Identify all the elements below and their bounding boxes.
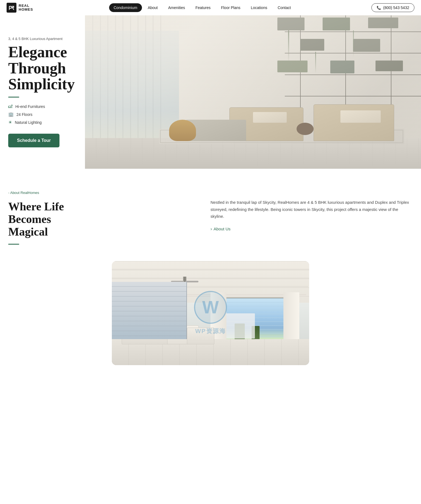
hero-features-list: 🛋 Hi-end Furnitures 🏢 24 Floors ☀ Natura… xyxy=(8,104,78,125)
navigation: REAL HOMES Condominium About Amenities F… xyxy=(0,0,421,15)
room-image-container: W WP资源海 xyxy=(112,261,309,365)
hero-scene xyxy=(85,15,421,169)
about-title: Where Life Becomes Magical xyxy=(8,200,194,238)
feature-floors-label: 24 Floors xyxy=(16,112,32,117)
about-description: Nestled in the tranquil lap of Skycity, … xyxy=(210,199,413,220)
about-left-content: - About RealHomes Where Life Becomes Mag… xyxy=(8,191,210,245)
phone-number: (800) 543 5432 xyxy=(383,5,409,10)
hero-section: 3, 4 & 5 BHK Luxurious Apartment Eleganc… xyxy=(0,15,421,169)
phone-icon: 📞 xyxy=(377,6,381,10)
about-us-link[interactable]: › About Us xyxy=(210,227,413,231)
about-link-label: About Us xyxy=(214,227,231,231)
logo-svg xyxy=(8,5,15,11)
about-tag: - About RealHomes xyxy=(8,191,194,195)
floors-icon: 🏢 xyxy=(8,112,14,117)
about-underline xyxy=(8,244,19,245)
hero-title: Elegance Through Simplicity xyxy=(8,44,78,92)
nav-item-contact[interactable]: Contact xyxy=(273,3,295,12)
room-image-section: W WP资源海 xyxy=(0,261,421,382)
nav-item-condominium[interactable]: Condominium xyxy=(109,3,142,12)
schedule-tour-button[interactable]: Schedule a Tour xyxy=(8,134,59,147)
hero-content: 3, 4 & 5 BHK Luxurious Apartment Eleganc… xyxy=(0,15,85,169)
nav-item-locations[interactable]: Locations xyxy=(246,3,272,12)
about-link-arrow: › xyxy=(210,227,212,231)
about-right-content: Nestled in the tranquil lap of Skycity, … xyxy=(210,191,413,231)
feature-floors: 🏢 24 Floors xyxy=(8,112,78,117)
room-image-background: W WP资源海 xyxy=(112,261,309,365)
feature-lighting-label: Natural Lighting xyxy=(15,120,42,125)
nav-links: Condominium About Amenities Features Flo… xyxy=(109,3,296,12)
nav-item-features[interactable]: Features xyxy=(191,3,215,12)
feature-furniture: 🛋 Hi-end Furnitures xyxy=(8,104,78,109)
nav-item-about[interactable]: About xyxy=(143,3,163,12)
phone-button[interactable]: 📞 (800) 543 5432 xyxy=(371,3,414,12)
brand-name: REAL HOMES xyxy=(19,4,33,12)
nav-item-floor-plans[interactable]: Floor Plans xyxy=(216,3,245,12)
feature-furniture-label: Hi-end Furnitures xyxy=(15,104,45,109)
feature-lighting: ☀ Natural Lighting xyxy=(8,120,78,125)
furniture-icon: 🛋 xyxy=(8,104,13,109)
hero-image xyxy=(85,15,421,169)
logo-icon xyxy=(7,3,16,13)
nav-item-amenities[interactable]: Amenities xyxy=(163,3,189,12)
about-section: - About RealHomes Where Life Becomes Mag… xyxy=(0,169,421,261)
lighting-icon: ☀ xyxy=(8,120,12,125)
hero-image-background xyxy=(85,15,421,169)
hero-subtitle: 3, 4 & 5 BHK Luxurious Apartment xyxy=(8,37,78,41)
brand-logo[interactable]: REAL HOMES xyxy=(7,3,33,13)
hero-divider xyxy=(8,97,19,98)
